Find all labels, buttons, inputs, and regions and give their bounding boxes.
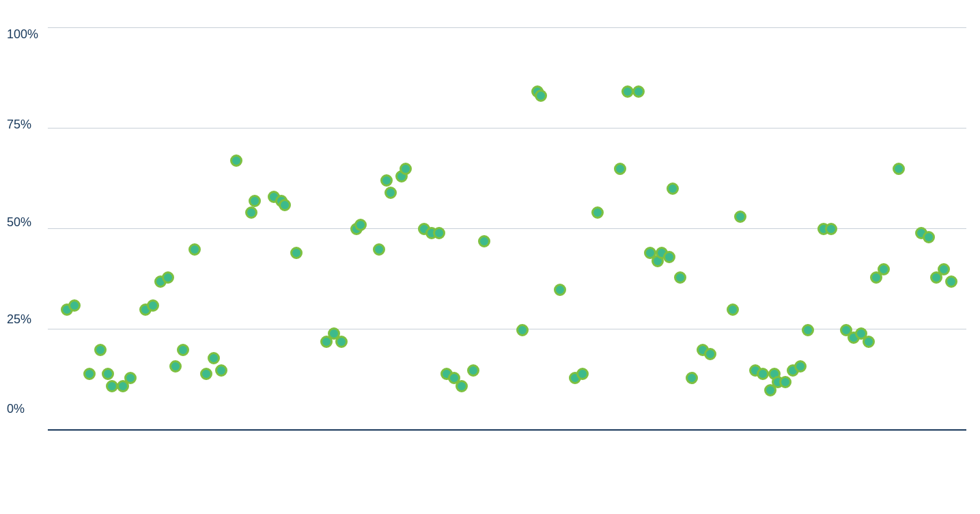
y-label-0: 0%	[7, 402, 38, 416]
data-dot	[535, 90, 547, 102]
data-dot	[757, 368, 769, 380]
data-dot	[83, 368, 96, 380]
data-dot	[147, 299, 159, 312]
data-dot	[667, 182, 679, 195]
data-dot	[734, 211, 746, 223]
data-dot	[245, 206, 257, 219]
data-dot	[794, 360, 807, 373]
data-dot	[335, 336, 348, 348]
y-label-50: 50%	[7, 215, 38, 229]
data-dot	[188, 243, 201, 256]
data-dot	[779, 376, 792, 388]
y-axis-labels: 100% 75% 50% 25% 0%	[7, 27, 38, 431]
data-dot	[478, 235, 490, 247]
chart-container: 100% 75% 50% 25% 0%	[0, 0, 980, 514]
data-dot	[802, 324, 814, 336]
data-dot	[686, 372, 698, 384]
data-dot	[576, 368, 589, 380]
data-dot	[516, 324, 529, 336]
data-dot	[102, 368, 114, 380]
dots-layer	[48, 27, 966, 431]
chart-area: 100% 75% 50% 25% 0%	[48, 27, 966, 451]
data-dot	[215, 364, 227, 377]
data-dot	[825, 223, 837, 235]
data-dot	[208, 352, 220, 364]
data-dot	[938, 263, 950, 275]
data-dot	[433, 227, 445, 239]
data-dot	[380, 174, 393, 187]
data-dot	[279, 199, 291, 211]
data-dot	[893, 163, 905, 175]
data-dot	[290, 247, 303, 259]
data-dot	[945, 275, 957, 288]
data-dot	[384, 187, 397, 199]
data-dot	[177, 344, 189, 356]
data-dot	[878, 263, 890, 275]
y-label-100: 100%	[7, 27, 38, 42]
data-dot	[632, 85, 645, 98]
data-dot	[554, 284, 566, 296]
y-label-25: 25%	[7, 312, 38, 326]
data-dot	[621, 85, 634, 98]
data-dot	[614, 163, 626, 175]
data-dot	[106, 380, 118, 392]
data-dot	[863, 336, 875, 348]
data-dot	[169, 360, 182, 373]
data-dot	[373, 243, 385, 256]
data-dot	[200, 368, 212, 380]
data-dot	[663, 251, 675, 263]
data-dot	[162, 271, 174, 284]
data-dot	[68, 299, 81, 312]
data-dot	[467, 364, 479, 377]
data-dot	[249, 195, 261, 207]
data-dot	[456, 380, 468, 392]
data-dot	[124, 372, 137, 384]
data-dot	[94, 344, 107, 356]
data-dot	[230, 154, 242, 167]
data-dot	[674, 271, 686, 284]
data-dot	[591, 206, 604, 219]
data-dot	[354, 219, 367, 231]
data-dot	[923, 231, 935, 243]
data-dot	[727, 303, 739, 316]
data-dot	[704, 348, 716, 360]
y-label-75: 75%	[7, 118, 38, 132]
data-dot	[400, 163, 412, 175]
